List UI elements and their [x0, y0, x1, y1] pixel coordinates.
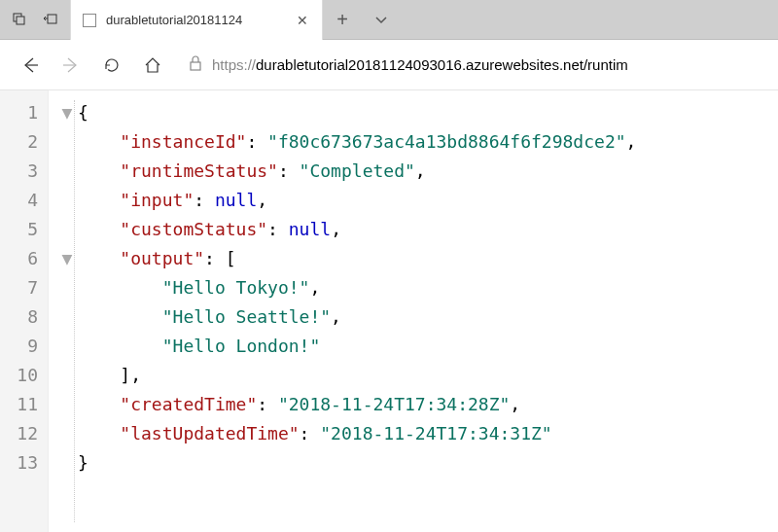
indent-guide [74, 100, 75, 522]
line-number: 13 [0, 448, 38, 478]
line-number: 10 [0, 361, 38, 390]
line-number: 9 [0, 332, 38, 361]
url-scheme: https:// [212, 56, 256, 73]
code-line: ▼{ [56, 98, 636, 127]
code-line: ], [56, 361, 636, 390]
code-line: ▼ "output": [ [56, 244, 636, 273]
forward-button[interactable] [56, 51, 86, 80]
nav-bar: https://durabletutorial20181124093016.az… [0, 40, 778, 90]
line-number: 1 [0, 98, 38, 127]
code-line: "customStatus": null, [56, 215, 636, 244]
restore-tabs-icon[interactable] [37, 6, 64, 33]
line-number: 2 [0, 127, 38, 157]
address-bar[interactable]: https://durabletutorial20181124093016.az… [179, 48, 762, 83]
code-line: "Hello Tokyo!", [56, 273, 636, 302]
favicon-icon [83, 14, 96, 27]
refresh-button[interactable] [97, 51, 126, 80]
json-code[interactable]: ▼{ "instanceId": "f80c673673ac4a13bd8864… [49, 90, 636, 532]
close-tab-icon[interactable]: ✕ [295, 13, 310, 28]
code-line: "instanceId": "f80c673673ac4a13bd8864f6f… [56, 127, 636, 157]
code-line: "Hello London!" [56, 332, 636, 361]
code-line: "createdTime": "2018-11-24T17:34:28Z", [56, 390, 636, 419]
back-button[interactable] [16, 51, 45, 80]
window-buttons [0, 0, 70, 39]
lock-icon [189, 55, 202, 75]
line-number: 3 [0, 157, 38, 186]
svg-rect-3 [191, 62, 200, 70]
code-line: "Hello Seattle!", [56, 302, 636, 332]
line-number: 8 [0, 302, 38, 332]
browser-tab[interactable]: durabletutorial20181124 ✕ [70, 0, 323, 40]
line-number: 12 [0, 419, 38, 448]
tab-title: durabletutorial20181124 [106, 13, 285, 27]
set-aside-tabs-icon[interactable] [6, 6, 33, 33]
code-line: "input": null, [56, 186, 636, 215]
line-number: 11 [0, 390, 38, 419]
svg-rect-1 [17, 17, 24, 24]
home-button[interactable] [138, 51, 167, 80]
code-line: "runtimeStatus": "Completed", [56, 157, 636, 186]
line-number-gutter: 1 2 3 4 5 6 7 8 9 10 11 12 13 [0, 90, 49, 532]
line-number: 4 [0, 186, 38, 215]
code-line: } [56, 448, 636, 478]
new-tab-button[interactable]: + [323, 0, 362, 39]
line-number: 5 [0, 215, 38, 244]
line-number: 6 [0, 244, 38, 273]
url-text: https://durabletutorial20181124093016.az… [212, 56, 628, 73]
code-line: "lastUpdatedTime": "2018-11-24T17:34:31Z… [56, 419, 636, 448]
url-host-path: durabletutorial20181124093016.azurewebsi… [256, 56, 628, 73]
tab-actions-icon[interactable] [362, 0, 401, 39]
tab-bar: durabletutorial20181124 ✕ + [0, 0, 778, 40]
line-number: 7 [0, 273, 38, 302]
json-viewer: 1 2 3 4 5 6 7 8 9 10 11 12 13 ▼{ "instan… [0, 90, 778, 532]
svg-rect-2 [48, 15, 56, 23]
